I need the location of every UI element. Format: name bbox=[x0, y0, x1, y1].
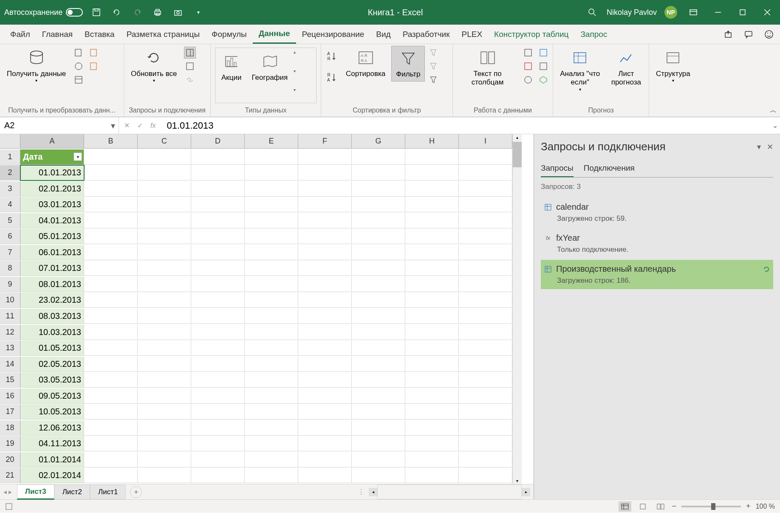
cell-F17[interactable] bbox=[298, 404, 352, 419]
cell-C6[interactable] bbox=[138, 229, 191, 244]
cell-F8[interactable] bbox=[298, 261, 352, 276]
cell-G8[interactable] bbox=[352, 261, 405, 276]
cell-H6[interactable] bbox=[405, 229, 459, 244]
types-more-icon[interactable]: ▾ bbox=[294, 87, 296, 92]
cell-E6[interactable] bbox=[245, 229, 298, 244]
cell-D19[interactable] bbox=[191, 436, 245, 451]
cell-G17[interactable] bbox=[352, 404, 405, 419]
cell-B15[interactable] bbox=[84, 372, 138, 388]
tab-formulas[interactable]: Формулы bbox=[206, 25, 253, 43]
row-header-5[interactable]: 5 bbox=[0, 213, 20, 228]
row-header-10[interactable]: 10 bbox=[0, 293, 20, 308]
cell-F14[interactable] bbox=[298, 357, 352, 372]
cell-I17[interactable] bbox=[459, 404, 512, 419]
col-header-C[interactable]: C bbox=[138, 134, 191, 149]
cell-E15[interactable] bbox=[245, 372, 298, 388]
cell-A21[interactable]: 02.01.2014 bbox=[20, 468, 84, 483]
get-data-button[interactable]: Получить данные ▾ bbox=[3, 46, 70, 86]
tab-nav-prev-icon[interactable]: ◂ bbox=[3, 488, 7, 496]
recent-sources-icon[interactable] bbox=[88, 47, 100, 59]
whatif-button[interactable]: Анализ "что если" ▾ bbox=[556, 46, 605, 95]
cell-F16[interactable] bbox=[298, 388, 352, 404]
cell-I15[interactable] bbox=[459, 372, 512, 388]
camera-icon[interactable] bbox=[171, 6, 185, 19]
cell-H11[interactable] bbox=[405, 309, 459, 324]
existing-conn-icon[interactable] bbox=[88, 60, 100, 72]
cell-G7[interactable] bbox=[352, 245, 405, 260]
forecast-sheet-button[interactable]: Лист прогноза bbox=[606, 46, 646, 90]
row-header-13[interactable]: 13 bbox=[0, 341, 20, 356]
add-sheet-icon[interactable]: + bbox=[130, 486, 142, 498]
cell-E5[interactable] bbox=[245, 213, 298, 228]
cell-D13[interactable] bbox=[191, 341, 245, 356]
cell-C10[interactable] bbox=[138, 293, 191, 308]
cell-A6[interactable]: 05.01.2013 bbox=[20, 229, 84, 244]
autosave-toggle[interactable]: Автосохранение bbox=[4, 8, 83, 17]
cell-H19[interactable] bbox=[405, 436, 459, 451]
cell-C7[interactable] bbox=[138, 245, 191, 260]
cell-F6[interactable] bbox=[298, 229, 352, 244]
row-header-16[interactable]: 16 bbox=[0, 388, 20, 404]
cell-F9[interactable] bbox=[298, 277, 352, 292]
cell-D2[interactable] bbox=[191, 165, 245, 180]
row-header-11[interactable]: 11 bbox=[0, 309, 20, 324]
filter-button[interactable]: Фильтр bbox=[391, 46, 425, 82]
cell-E21[interactable] bbox=[245, 468, 298, 483]
cell-C12[interactable] bbox=[138, 325, 191, 340]
row-header-8[interactable]: 8 bbox=[0, 261, 20, 276]
share-icon[interactable] bbox=[721, 28, 735, 41]
tab-developer[interactable]: Разработчик bbox=[397, 25, 456, 43]
horizontal-scrollbar[interactable] bbox=[377, 484, 522, 499]
cell-A9[interactable]: 08.01.2013 bbox=[20, 277, 84, 292]
collapse-ribbon-icon[interactable]: ︿ bbox=[766, 104, 780, 117]
query-refresh-icon[interactable] bbox=[763, 266, 770, 273]
tab-query[interactable]: Запрос bbox=[574, 25, 613, 43]
row-header-4[interactable]: 4 bbox=[0, 197, 20, 212]
cell-H7[interactable] bbox=[405, 245, 459, 260]
zoom-level[interactable]: 100 % bbox=[756, 503, 775, 510]
hscroll-left-icon[interactable]: ◂ bbox=[369, 488, 377, 496]
cell-I21[interactable] bbox=[459, 468, 512, 483]
cell-B12[interactable] bbox=[84, 325, 138, 340]
cell-C1[interactable] bbox=[138, 149, 191, 165]
cell-H16[interactable] bbox=[405, 388, 459, 404]
zoom-out-icon[interactable]: − bbox=[672, 502, 677, 511]
cell-F7[interactable] bbox=[298, 245, 352, 260]
user-avatar[interactable]: NP bbox=[664, 6, 677, 19]
cell-H1[interactable] bbox=[405, 149, 459, 165]
cell-H17[interactable] bbox=[405, 404, 459, 419]
remove-dup-icon[interactable] bbox=[522, 60, 534, 72]
cell-B16[interactable] bbox=[84, 388, 138, 404]
row-header-17[interactable]: 17 bbox=[0, 404, 20, 419]
cell-A13[interactable]: 01.05.2013 bbox=[20, 341, 84, 356]
cell-C16[interactable] bbox=[138, 388, 191, 404]
cell-F1[interactable] bbox=[298, 149, 352, 165]
cell-A18[interactable]: 12.06.2013 bbox=[20, 420, 84, 436]
cell-E12[interactable] bbox=[245, 325, 298, 340]
cell-A5[interactable]: 04.01.2013 bbox=[20, 213, 84, 228]
cell-D7[interactable] bbox=[191, 245, 245, 260]
zoom-slider[interactable] bbox=[681, 506, 741, 507]
cell-I12[interactable] bbox=[459, 325, 512, 340]
cell-B2[interactable] bbox=[84, 165, 138, 180]
name-box-dropdown-icon[interactable]: ▾ bbox=[111, 121, 115, 131]
row-header-19[interactable]: 19 bbox=[0, 436, 20, 451]
cell-B20[interactable] bbox=[84, 452, 138, 467]
cell-B11[interactable] bbox=[84, 309, 138, 324]
cell-B7[interactable] bbox=[84, 245, 138, 260]
tab-view[interactable]: Вид bbox=[370, 25, 396, 43]
col-header-D[interactable]: D bbox=[191, 134, 245, 149]
cell-D21[interactable] bbox=[191, 468, 245, 483]
cell-C20[interactable] bbox=[138, 452, 191, 467]
cell-A7[interactable]: 06.01.2013 bbox=[20, 245, 84, 260]
cell-A19[interactable]: 04.11.2013 bbox=[20, 436, 84, 451]
undo-icon[interactable] bbox=[110, 6, 124, 19]
cell-B1[interactable] bbox=[84, 149, 138, 165]
cell-D20[interactable] bbox=[191, 452, 245, 467]
maximize-icon[interactable] bbox=[734, 4, 751, 21]
stocks-button[interactable]: Акции bbox=[217, 50, 246, 84]
cell-E9[interactable] bbox=[245, 277, 298, 292]
cell-D1[interactable] bbox=[191, 149, 245, 165]
row-header-18[interactable]: 18 bbox=[0, 420, 20, 436]
row-header-1[interactable]: 1 bbox=[0, 149, 20, 165]
